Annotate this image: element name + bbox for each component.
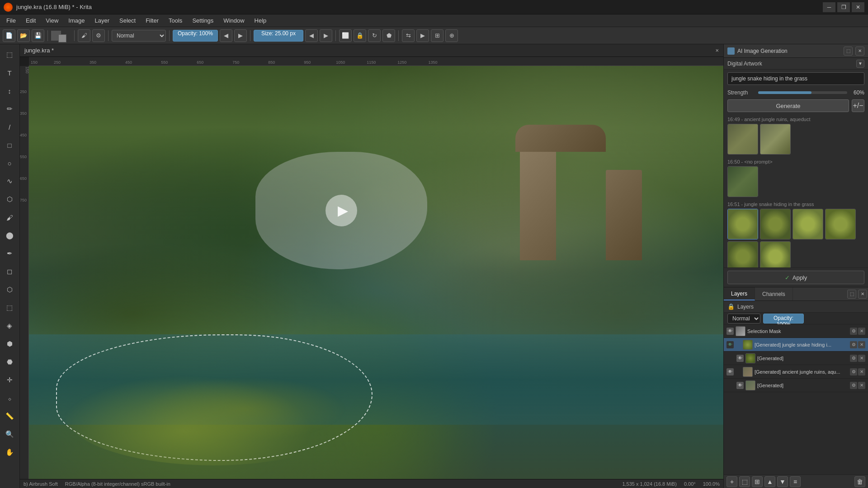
menu-window[interactable]: Window bbox=[219, 16, 249, 25]
layers-float-button[interactable]: ⬚ bbox=[847, 290, 856, 299]
tool-eyedropper[interactable]: ✒ bbox=[1, 245, 18, 262]
wrap-button[interactable]: ⊞ bbox=[431, 29, 443, 42]
blend-mode-select[interactable]: Normal bbox=[112, 30, 166, 42]
tool-select-freehand[interactable]: ⬢ bbox=[1, 335, 18, 352]
tool-select-rect[interactable]: ⬚ bbox=[1, 46, 18, 63]
layer-item-generated-sub2[interactable]: 👁 [Generated] ⚙ ✕ bbox=[724, 379, 868, 392]
layer-item-generated-sub1[interactable]: 👁 [Generated] ⚙ ✕ bbox=[724, 352, 868, 365]
tool-select-contiguous[interactable]: ⬚ bbox=[1, 299, 18, 316]
move-layer-down-button[interactable]: ▼ bbox=[777, 476, 788, 487]
layer-sub2-act-1[interactable]: ⚙ bbox=[850, 382, 857, 389]
tool-option-button[interactable]: ⚙ bbox=[92, 29, 105, 42]
layer-act-2[interactable]: ✕ bbox=[858, 328, 865, 335]
tab-layers[interactable]: Layers bbox=[724, 287, 755, 300]
tool-smart-patch[interactable]: ⬡ bbox=[1, 281, 18, 298]
tool-brush[interactable]: 🖌 bbox=[1, 209, 18, 226]
move-layer-up-button[interactable]: ▲ bbox=[764, 476, 775, 487]
menu-edit[interactable]: Edit bbox=[21, 16, 40, 25]
tool-pan[interactable]: ✋ bbox=[1, 444, 18, 461]
size-up-button[interactable]: ▶ bbox=[320, 29, 332, 42]
add-layer-button[interactable]: + bbox=[726, 476, 737, 487]
layer-item-generated-snake[interactable]: 👁 [Generated] jungle snake hiding i... ⚙… bbox=[724, 338, 868, 352]
tool-assistant[interactable]: ⬦ bbox=[1, 389, 18, 407]
layer-vis-sub2[interactable]: 👁 bbox=[736, 382, 744, 389]
menu-tools[interactable]: Tools bbox=[164, 16, 187, 25]
tool-polygon[interactable]: ⬡ bbox=[1, 191, 18, 208]
size-down-button[interactable]: ◀ bbox=[305, 29, 318, 42]
layer-snake-act-1[interactable]: ⚙ bbox=[850, 341, 857, 348]
thumb-3-4[interactable] bbox=[825, 209, 856, 239]
tool-select-color[interactable]: ◈ bbox=[1, 317, 18, 334]
tab-channels[interactable]: Channels bbox=[755, 287, 793, 300]
open-file-button[interactable]: 📂 bbox=[17, 29, 30, 42]
thumb-3-3[interactable] bbox=[793, 209, 823, 239]
layers-close-button[interactable]: ✕ bbox=[858, 290, 867, 299]
tool-paint-bucket[interactable]: ⬤ bbox=[1, 227, 18, 244]
video-overlay[interactable]: ▶ bbox=[255, 152, 427, 269]
layer-act-1[interactable]: ⚙ bbox=[850, 328, 857, 335]
layer-sub2-act-2[interactable]: ✕ bbox=[858, 382, 865, 389]
refresh-button[interactable]: ↻ bbox=[368, 29, 381, 42]
brush-preset-button[interactable]: 🖌 bbox=[78, 29, 90, 42]
thumb-1-1[interactable] bbox=[727, 124, 758, 155]
thumb-3-1[interactable] bbox=[727, 209, 758, 239]
tool-crop[interactable]: ⬣ bbox=[1, 353, 18, 371]
tool-ellipse[interactable]: ○ bbox=[1, 155, 18, 172]
tool-text[interactable]: T bbox=[1, 64, 18, 81]
bg-color-button[interactable] bbox=[58, 34, 66, 42]
save-file-button[interactable]: 💾 bbox=[32, 29, 44, 42]
layer-sub1-act-2[interactable]: ✕ bbox=[858, 355, 865, 362]
align-button[interactable]: ⊕ bbox=[445, 29, 458, 42]
add-button[interactable]: +/− bbox=[852, 99, 864, 112]
menu-file[interactable]: File bbox=[2, 16, 20, 25]
new-file-button[interactable]: 📄 bbox=[3, 29, 15, 42]
ai-mode-button[interactable]: ▼ bbox=[856, 60, 864, 68]
group-layer-button[interactable]: ⬚ bbox=[739, 476, 750, 487]
ai-panel-float-button[interactable]: ⬚ bbox=[844, 47, 853, 56]
canvas-wrapper[interactable]: ▶ bbox=[29, 66, 723, 479]
strength-slider[interactable] bbox=[758, 91, 847, 94]
close-button[interactable]: ✕ bbox=[852, 2, 864, 12]
tool-erase[interactable]: ◻ bbox=[1, 263, 18, 280]
generate-button[interactable]: Generate bbox=[727, 99, 849, 112]
mirror-play-button[interactable]: ▶ bbox=[416, 29, 429, 42]
layer-vis-sub1[interactable]: 👁 bbox=[736, 355, 744, 362]
layer-sub1-act-1[interactable]: ⚙ bbox=[850, 355, 857, 362]
layer-snake-act-2[interactable]: ✕ bbox=[858, 341, 865, 348]
layer-ruins-act-1[interactable]: ⚙ bbox=[850, 368, 857, 375]
layer-ruins-act-2[interactable]: ✕ bbox=[858, 368, 865, 375]
tool-line[interactable]: / bbox=[1, 118, 18, 136]
delete-layer-button[interactable]: 🗑 bbox=[854, 476, 865, 487]
menu-settings[interactable]: Settings bbox=[188, 16, 218, 25]
menu-layer[interactable]: Layer bbox=[90, 16, 114, 25]
apply-button[interactable]: ✓ Apply bbox=[727, 271, 864, 284]
layer-item-selection-mask[interactable]: 👁 Selection Mask ⚙ ✕ bbox=[724, 324, 868, 338]
layer-vis-selection-mask[interactable]: 👁 bbox=[726, 328, 734, 335]
maximize-button[interactable]: ❒ bbox=[837, 2, 850, 12]
thumb-3-6[interactable] bbox=[760, 241, 791, 267]
alpha-lock-button[interactable]: 🔒 bbox=[354, 29, 366, 42]
tool-zoom[interactable]: 🔍 bbox=[1, 426, 18, 443]
thumb-3-2[interactable] bbox=[760, 209, 791, 239]
canvas-tab-close[interactable]: × bbox=[715, 47, 719, 54]
ai-panel-close-button[interactable]: ✕ bbox=[855, 47, 864, 56]
layer-vis-generated-snake[interactable]: 👁 bbox=[726, 341, 734, 348]
menu-help[interactable]: Help bbox=[250, 16, 271, 25]
opacity-up-button[interactable]: ▶ bbox=[234, 29, 247, 42]
eraser-mode-button[interactable]: ⬜ bbox=[339, 29, 352, 42]
flatten-layer-button[interactable]: ≡ bbox=[790, 476, 801, 487]
ai-prompt-input[interactable] bbox=[727, 72, 864, 85]
layer-blend-mode-select[interactable]: Normal bbox=[727, 314, 760, 324]
tool-move[interactable]: ✛ bbox=[1, 371, 18, 389]
menu-filter[interactable]: Filter bbox=[141, 16, 163, 25]
tool-measure[interactable]: 📏 bbox=[1, 408, 18, 425]
layer-vis-ruins[interactable]: 👁 bbox=[726, 368, 734, 375]
play-button[interactable]: ▶ bbox=[326, 195, 357, 226]
mirror-h-button[interactable]: ⇆ bbox=[402, 29, 415, 42]
tool-transform[interactable]: ↕ bbox=[1, 82, 18, 99]
tool-bezier[interactable]: ∿ bbox=[1, 173, 18, 190]
menu-view[interactable]: View bbox=[41, 16, 63, 25]
thumb-3-5[interactable] bbox=[727, 241, 758, 267]
duplicate-layer-button[interactable]: ⊞ bbox=[752, 476, 763, 487]
brush-options-button[interactable]: ⬟ bbox=[382, 29, 395, 42]
